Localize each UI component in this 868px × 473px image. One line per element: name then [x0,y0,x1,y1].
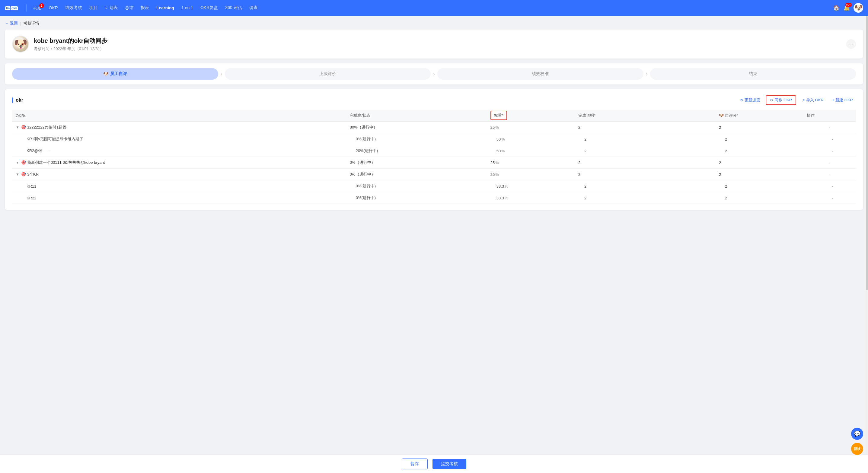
collapse-icon[interactable]: ▼ [16,172,19,177]
cell-score: 2 [715,192,803,204]
step-label-1: 上级评价 [319,71,336,76]
step-calibration[interactable]: 绩效校准 [437,68,644,80]
create-okr-button[interactable]: + 新建 OKR [829,96,856,104]
footer-bar: 暂存 提交考核 [0,454,868,473]
cell-okr-name: KR11 [12,180,346,192]
cell-note: 2 [575,133,715,145]
cell-okr-name: ▼🎯3个KR [12,169,346,180]
nav-right: 🏠 🔔99+ 🐶 [833,3,863,13]
cell-note: 2 [575,180,715,192]
target-icon: 🎯 [21,172,26,177]
sync-okr-button[interactable]: ↻ 同步 OKR [766,95,796,105]
cell-action[interactable]: - [803,180,856,192]
nav-item-diaocha[interactable]: 调查 [246,4,261,12]
update-progress-button[interactable]: ↻ 更新进度 [737,96,763,104]
sync-icon: ↻ [770,98,773,102]
header-card: 🐶 kobe bryant的okr自动同步 考核时间：2022年 年度（01/0… [5,30,863,59]
cell-weight: 50% [487,145,575,157]
step-arrow-1: › [221,71,222,77]
breadcrumb-separator: | [20,21,21,26]
cell-note: 2 [575,169,715,180]
breadcrumb-current: 考核详情 [24,21,39,26]
okr-section-header: okr ↻ 更新进度 ↻ 同步 OKR ↗ 导入 OKR + 新建 OKR [12,95,856,105]
cell-completion: 0%（进行中） [346,157,487,169]
cell-completion: 20%(进行中) [346,145,487,157]
okr-section-title: okr [12,97,23,103]
notification-badge: 99+ [845,3,852,7]
cell-action[interactable]: - [803,169,856,180]
nav-item-dongtai[interactable]: 动态 1 [30,4,45,12]
cell-score: 2 [715,145,803,157]
cell-action[interactable]: - [803,133,856,145]
okr-actions: ↻ 更新进度 ↻ 同步 OKR ↗ 导入 OKR + 新建 OKR [737,95,856,105]
cell-action[interactable]: - [803,192,856,204]
back-button[interactable]: ← 返回 [5,21,18,26]
nav-item-okr[interactable]: OKR [46,4,61,11]
assessment-title: kobe bryant的okr自动同步 [34,37,841,45]
more-options-button[interactable]: ··· [846,39,856,49]
collapse-icon[interactable]: ▼ [16,160,19,165]
step-self-review[interactable]: 🐶 员工自评 [12,68,218,80]
cell-completion: 0%（进行中） [346,169,487,180]
support-button[interactable]: 💬 [851,428,863,440]
steps-container: 🐶 员工自评 › 上级评价 › 绩效校准 › 结束 [12,68,856,80]
logo-text: tita [5,6,10,10]
nav-item-baobiao[interactable]: 报表 [137,4,152,12]
cell-action[interactable]: - [803,122,856,133]
top-navigation: titacom 动态 1 OKR 绩效考核 项目 计划表 总结 报表 Learn… [0,0,868,16]
avatar[interactable]: 🐶 [854,3,863,13]
nav-item-okrfupan[interactable]: OKR复盘 [197,4,221,12]
cell-score: 2 [715,122,803,133]
cell-action[interactable]: - [803,145,856,157]
step-superior-review[interactable]: 上级评价 [225,68,431,80]
cell-weight: 25% [487,169,575,180]
breadcrumb: ← 返回 | 考核详情 [5,21,863,26]
import-icon: ↗ [802,98,805,102]
import-okr-button[interactable]: ↗ 导入 OKR [799,96,827,104]
step-end[interactable]: 结束 [650,68,856,80]
cell-weight: 50% [487,133,575,145]
new-version-badge[interactable]: 新版 [851,443,863,455]
steps-card: 🐶 员工自评 › 上级评价 › 绩效校准 › 结束 [5,63,863,85]
notification-btn[interactable]: 🔔99+ [843,4,850,11]
okr-table: OKRs 完成度/状态 权重* 完成说明* 🐶 自评分* 操作 ▼🎯122222… [12,110,856,204]
cell-okr-name: ▼🎯12222222@临时1超管 [12,122,346,133]
table-row: ▼🎯3个KR 0%（进行中） 25% 2 2 - [12,169,856,180]
nav-item-zongjie[interactable]: 总结 [122,4,136,12]
nav-item-xiangmu[interactable]: 项目 [86,4,101,12]
th-completion: 完成度/状态 [346,110,487,122]
page-wrapper: ← 返回 | 考核详情 🐶 kobe bryant的okr自动同步 考核时间：2… [0,16,868,473]
table-row: ▼🎯我新创建一个00111 0&f热热热@kobe bryant 0%（进行中）… [12,157,856,169]
th-note: 完成说明* [575,110,715,122]
collapse-icon[interactable]: ▼ [16,125,19,129]
cell-score: 2 [715,169,803,180]
cell-okr-name: KR22 [12,192,346,204]
step-label-2: 绩效校准 [532,71,549,76]
table-row: KR11 0%(进行中) 33.3% 2 2 - [12,180,856,192]
logo-suffix: com [10,6,18,10]
home-icon-btn[interactable]: 🏠 [833,4,840,11]
nav-item-jihuabiao[interactable]: 计划表 [102,4,121,12]
cell-okr-name: ▼🎯我新创建一个00111 0&f热热热@kobe bryant [12,157,346,169]
cell-weight: 25% [487,157,575,169]
nav-item-learning[interactable]: Learning [153,4,177,11]
logo[interactable]: titacom [5,4,18,12]
nav-divider [26,4,27,11]
user-avatar: 🐶 [12,36,29,53]
cell-okr-name: KR1啊v范围可能是绿卡维内斯了 [12,133,346,145]
cell-completion: 0%(进行中) [346,180,487,192]
scrollbar[interactable] [866,16,868,473]
header-action: ··· [846,39,856,49]
submit-button[interactable]: 提交考核 [433,459,466,469]
step-icon-0: 🐶 [103,71,108,76]
nav-item-jixiao[interactable]: 绩效考核 [62,4,85,12]
save-button[interactable]: 暂存 [402,459,428,469]
cell-weight: 25% [487,122,575,133]
title-bar-icon [12,97,13,103]
nav-item-1on1[interactable]: 1 on 1 [178,4,196,11]
cell-completion: 0%(进行中) [346,133,487,145]
nav-item-360[interactable]: 360 评估 [222,4,245,12]
cell-note: 2 [575,192,715,204]
cell-weight: 33.3% [487,180,575,192]
cell-action[interactable]: - [803,157,856,169]
